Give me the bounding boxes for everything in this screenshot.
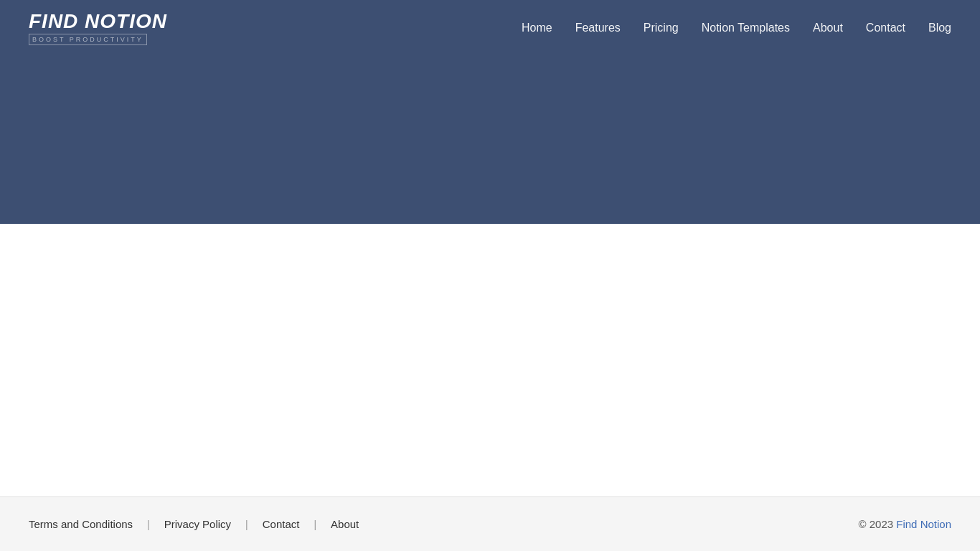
nav-link-home[interactable]: Home — [522, 22, 552, 34]
footer-item-about[interactable]: About — [331, 518, 359, 531]
nav-link-about[interactable]: About — [813, 22, 843, 34]
site-footer: Terms and Conditions | Privacy Policy | … — [0, 496, 980, 551]
footer-item-contact[interactable]: Contact — [263, 518, 300, 531]
footer-separator-2: | — [245, 519, 248, 530]
main-nav: FIND NOTION BOOST PRODUCTIVITY Home Feat… — [0, 0, 980, 56]
footer-links: Terms and Conditions | Privacy Policy | … — [29, 518, 359, 531]
logo[interactable]: FIND NOTION BOOST PRODUCTIVITY — [29, 11, 167, 45]
nav-item-notion-templates[interactable]: Notion Templates — [702, 22, 790, 34]
site-header: FIND NOTION BOOST PRODUCTIVITY Home Feat… — [0, 0, 980, 224]
nav-link-notion-templates[interactable]: Notion Templates — [702, 22, 790, 34]
footer-item-privacy[interactable]: Privacy Policy — [164, 518, 231, 531]
logo-subtitle: BOOST PRODUCTIVITY — [29, 34, 147, 45]
nav-link-blog[interactable]: Blog — [928, 22, 951, 34]
nav-item-about[interactable]: About — [813, 22, 843, 34]
nav-item-home[interactable]: Home — [522, 22, 552, 34]
nav-links: Home Features Pricing Notion Templates A… — [522, 22, 951, 34]
logo-text: FIND NOTION — [29, 11, 167, 32]
nav-link-features[interactable]: Features — [575, 22, 621, 34]
nav-item-pricing[interactable]: Pricing — [644, 22, 679, 34]
footer-separator-3: | — [314, 519, 316, 530]
nav-item-contact[interactable]: Contact — [866, 22, 905, 34]
footer-copyright: © 2023 Find Notion — [859, 518, 951, 530]
footer-link-about[interactable]: About — [331, 518, 359, 530]
footer-separator-1: | — [147, 519, 150, 530]
footer-item-terms[interactable]: Terms and Conditions — [29, 518, 133, 531]
nav-link-contact[interactable]: Contact — [866, 22, 905, 34]
nav-item-features[interactable]: Features — [575, 22, 621, 34]
footer-link-privacy[interactable]: Privacy Policy — [164, 518, 231, 530]
footer-link-contact[interactable]: Contact — [263, 518, 300, 530]
footer-link-terms[interactable]: Terms and Conditions — [29, 518, 133, 530]
main-content — [0, 224, 980, 496]
nav-item-blog[interactable]: Blog — [928, 22, 951, 34]
nav-link-pricing[interactable]: Pricing — [644, 22, 679, 34]
copyright-link[interactable]: Find Notion — [896, 518, 951, 530]
copyright-prefix: © 2023 — [859, 518, 894, 530]
